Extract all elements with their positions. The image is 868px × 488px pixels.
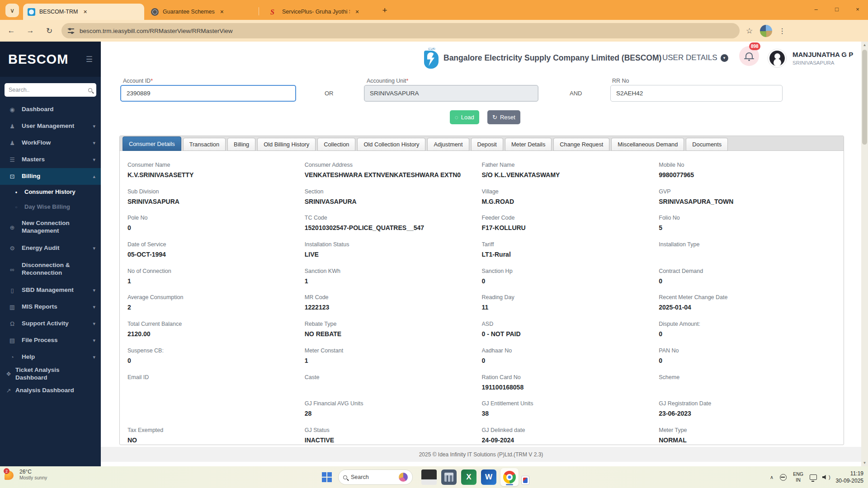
browser-profile-avatar[interactable] [760, 25, 772, 37]
sidebar-toggle-icon[interactable]: ☰ [86, 55, 93, 64]
calculator-icon[interactable] [441, 469, 457, 485]
window-maximize-button[interactable]: □ [826, 0, 847, 18]
sidebar-item[interactable]: ♟ User Management ▾ [0, 118, 101, 135]
dark-app-icon[interactable] [421, 469, 437, 485]
panel-tab[interactable]: Old Billing History [257, 138, 316, 151]
sidebar-item[interactable]: ❖ Ticket Analysis Dashboard [0, 366, 101, 382]
sidebar-search-input[interactable] [9, 87, 88, 93]
sidebar-item-icon: ● [13, 190, 20, 194]
word-icon[interactable]: W [481, 469, 496, 485]
page-scrollbar[interactable]: ▲ ▼ [861, 42, 868, 466]
excel-icon[interactable]: X [461, 469, 476, 485]
start-button[interactable] [322, 472, 332, 482]
detail-field: Suspense CB: 0 [127, 347, 305, 374]
network-icon[interactable] [810, 474, 817, 480]
new-tab-button[interactable]: + [379, 5, 391, 15]
field-value: M.G.ROAD [482, 198, 650, 205]
scrollbar-thumb[interactable] [862, 50, 867, 145]
field-value: 0 - NOT PAID [482, 330, 650, 338]
window-close-button[interactable]: × [847, 0, 868, 18]
reload-button[interactable]: ↻ [42, 23, 57, 38]
close-tab-icon[interactable]: × [220, 8, 224, 15]
window-minimize-button[interactable]: – [806, 0, 826, 18]
detail-field: Consumer Name K.V.SRINIVASASETTY [127, 162, 305, 188]
scroll-down-icon[interactable]: ▼ [861, 460, 868, 466]
reset-button[interactable]: ↻Reset [487, 110, 520, 124]
browser-tab[interactable]: Guarantee Schemes × [146, 4, 252, 20]
panel-tab[interactable]: Old Collection History [357, 138, 425, 151]
browser-tab-active[interactable]: BESCOM-TRM × [23, 4, 144, 20]
panel-tab[interactable]: Change Request [553, 138, 609, 151]
panel-tab[interactable]: Miscellaneous Demand [611, 138, 684, 151]
sidebar-item[interactable]: ♟ WorkFlow ▾ [0, 135, 101, 151]
close-tab-icon[interactable]: × [83, 8, 87, 15]
tab-search-button[interactable]: ∨ [5, 4, 19, 17]
clock[interactable]: 11:19 30-09-2025 [836, 470, 863, 484]
load-button[interactable]: ◌Load [450, 110, 479, 124]
taskbar-search[interactable]: Search [338, 469, 413, 485]
sidebar-item[interactable]: ⊡ Billing ▴ [0, 168, 101, 185]
back-button[interactable]: ← [4, 23, 19, 38]
site-settings-icon[interactable] [68, 28, 74, 33]
rr-no-input[interactable] [610, 85, 783, 102]
volume-icon[interactable] [822, 475, 827, 480]
sidebar-item[interactable]: ↗ Analysis Dashboard [0, 382, 101, 399]
field-label: GJ Financial AVG Units [305, 400, 473, 407]
panel-tab[interactable]: Deposit [471, 138, 503, 151]
browser-tab-title: Guarantee Schemes [163, 9, 215, 15]
do-not-disturb-icon[interactable] [780, 474, 787, 481]
address-bar[interactable]: bescom.trm.ieasybill.com/RRMasterView/RR… [61, 23, 740, 38]
panel-tab[interactable]: Consumer Details [123, 136, 181, 151]
active-app-indicator [506, 484, 513, 485]
sidebar-search[interactable] [5, 83, 96, 97]
accounting-unit-input[interactable] [364, 85, 538, 102]
sidebar-item[interactable]: ● Consumer History [0, 185, 101, 200]
overlay-app-icon[interactable] [521, 476, 529, 485]
chrome-icon-active[interactable] [500, 468, 519, 486]
brand-bar: BESCOM ☰ [0, 42, 101, 77]
language-indicator[interactable]: ENG IN [793, 471, 803, 483]
sidebar-item[interactable]: ◉ Dashboard [0, 101, 101, 118]
scroll-up-icon[interactable]: ▲ [861, 42, 868, 48]
tray-expand-icon[interactable]: ∧ [770, 474, 774, 480]
sidebar-item[interactable]: ○ Day Wise Billing [0, 200, 101, 215]
detail-field: Rebate Type NO REBATE [305, 321, 482, 347]
sidebar-item-label: Help [22, 353, 35, 361]
detail-field: PAN No 0 [659, 347, 836, 374]
panel-tab[interactable]: Collection [317, 138, 355, 151]
sidebar-item-icon: ▯ [7, 287, 17, 294]
account-id-input[interactable] [120, 85, 296, 102]
sidebar-item[interactable]: Ω Support Activity ▾ [0, 315, 101, 332]
sidebar-item-icon: ◉ [7, 106, 17, 113]
forward-button[interactable]: → [23, 23, 38, 38]
panel-tab[interactable]: Meter Details [505, 138, 552, 151]
field-label: Recent Meter Change Date [659, 294, 827, 300]
browser-menu-icon[interactable]: ⋮ [778, 27, 786, 35]
consumer-details-grid: Consumer Name K.V.SRINIVASASETTY Consume… [127, 162, 836, 454]
sidebar-item-icon: ⊡ [7, 173, 17, 180]
bookmark-star-icon[interactable]: ☆ [746, 26, 753, 36]
panel-tab[interactable]: Transaction [183, 138, 226, 151]
sidebar-item[interactable]: ⊕ New Connection Management [0, 215, 101, 240]
sidebar-item[interactable]: ☰ Masters ▾ [0, 151, 101, 168]
sidebar-item[interactable]: ∞ Disconnection & Reconnection [0, 257, 101, 282]
sidebar-item-icon: ▤ [7, 337, 17, 344]
sidebar-item[interactable]: ◔ Help ▾ [0, 349, 101, 366]
panel-tab[interactable]: Billing [227, 138, 255, 151]
field-label: Consumer Address [305, 162, 473, 168]
browser-tab[interactable]: S ServicePlus- Gruha Jyothi Schem × [266, 4, 371, 20]
detail-field: Aadhaar No 0 [482, 347, 659, 374]
close-tab-icon[interactable]: × [355, 8, 359, 15]
user-details-dropdown[interactable]: USER DETAILS ▾ [662, 53, 728, 62]
panel-tab[interactable]: Documents [686, 138, 728, 151]
detail-field: Ration Card No 191100168058 [482, 374, 659, 401]
sidebar-item[interactable]: ▥ MIS Reports ▾ [0, 299, 101, 315]
panel-tab[interactable]: Adjustment [427, 138, 469, 151]
sidebar-item[interactable]: ⚙ Energy Audit ▾ [0, 240, 101, 257]
sidebar-item[interactable]: ▯ SBD Management ▾ [0, 282, 101, 299]
weather-widget[interactable]: 2 26°C Mostly sunny [4, 468, 47, 481]
sidebar-item[interactable]: ▤ File Process ▾ [0, 332, 101, 349]
url-text: bescom.trm.ieasybill.com/RRMasterView/RR… [80, 28, 233, 34]
user-avatar[interactable] [768, 49, 787, 68]
field-value: 05-OCT-1994 [127, 251, 296, 258]
